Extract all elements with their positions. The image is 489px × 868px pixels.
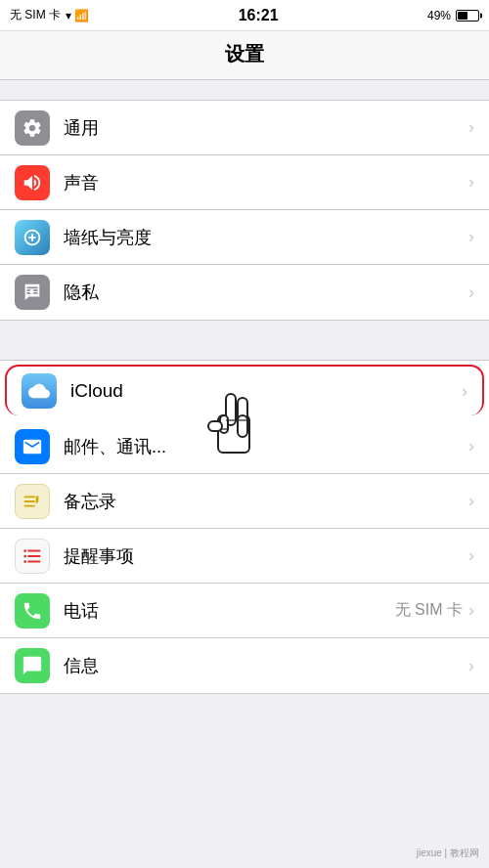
settings-item-notes[interactable]: 备忘录 ›	[0, 474, 489, 529]
sound-label: 声音	[64, 171, 468, 195]
mail-label: 邮件、通讯...	[64, 435, 468, 458]
chevron-icon: ›	[462, 381, 467, 402]
chevron-icon: ›	[468, 117, 474, 138]
settings-item-general[interactable]: 通用 ›	[0, 101, 489, 155]
battery-icon	[456, 10, 479, 22]
reminders-label: 提醒事项	[64, 544, 468, 568]
chevron-icon: ›	[468, 656, 474, 676]
notes-icon	[15, 484, 50, 519]
notes-label: 备忘录	[64, 490, 468, 513]
chevron-icon: ›	[468, 227, 474, 247]
section-accounts: iCloud › 邮件、通讯... › 备忘录 › 提醒事项 › 电话 无 SI…	[0, 360, 489, 694]
chevron-icon: ›	[468, 491, 474, 511]
settings-item-phone[interactable]: 电话 无 SIM 卡 ›	[0, 584, 489, 638]
privacy-icon	[15, 275, 50, 310]
gear-icon	[15, 110, 50, 146]
settings-item-reminders[interactable]: 提醒事项 ›	[0, 529, 489, 584]
chevron-icon: ›	[468, 172, 474, 193]
battery-pct: 49%	[427, 9, 451, 22]
chevron-icon: ›	[468, 600, 474, 621]
settings-item-icloud[interactable]: iCloud ›	[5, 365, 484, 415]
settings-item-messages[interactable]: 信息 ›	[0, 638, 489, 693]
status-time: 16:21	[239, 7, 279, 24]
sim-status: 无 SIM 卡	[10, 7, 61, 23]
settings-item-mail[interactable]: 邮件、通讯... ›	[0, 419, 489, 474]
chevron-icon: ›	[468, 282, 474, 303]
wifi-icon: ▾ 📶	[66, 9, 89, 22]
settings-item-wallpaper[interactable]: 墙纸与亮度 ›	[0, 210, 489, 265]
page-title: 设置	[0, 41, 489, 67]
phone-label: 电话	[64, 599, 395, 623]
sound-icon	[15, 165, 50, 200]
mail-icon	[15, 429, 50, 464]
messages-icon	[15, 648, 50, 683]
settings-item-privacy[interactable]: 隐私 ›	[0, 265, 489, 320]
wallpaper-icon	[15, 220, 50, 255]
section-general: 通用 › 声音 › 墙纸与亮度 › 隐私 ›	[0, 100, 489, 321]
chevron-icon: ›	[468, 436, 474, 456]
general-label: 通用	[64, 116, 468, 140]
status-bar: 无 SIM 卡 ▾ 📶 16:21 49%	[0, 0, 489, 31]
privacy-label: 隐私	[64, 281, 468, 304]
icloud-icon	[22, 373, 57, 409]
wallpaper-label: 墙纸与亮度	[64, 226, 468, 249]
status-right: 49%	[427, 9, 479, 22]
icloud-label: iCloud	[70, 380, 462, 402]
phone-icon	[15, 593, 50, 629]
phone-value: 无 SIM 卡	[395, 600, 463, 621]
watermark: jiexue | 教程网	[417, 846, 479, 860]
messages-label: 信息	[64, 654, 468, 677]
status-left: 无 SIM 卡 ▾ 📶	[10, 7, 89, 23]
settings-item-sound[interactable]: 声音 ›	[0, 155, 489, 210]
reminders-icon	[15, 539, 50, 574]
chevron-icon: ›	[468, 545, 474, 566]
page-title-bar: 设置	[0, 31, 489, 80]
